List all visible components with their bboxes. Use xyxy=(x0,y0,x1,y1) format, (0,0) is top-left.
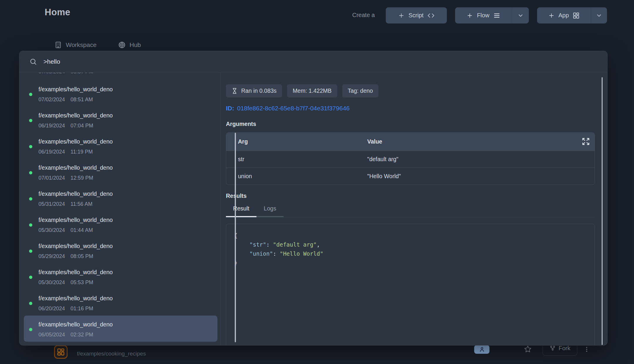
run-stat-badge: Tag: deno xyxy=(342,84,379,97)
run-timestamp: 05/31/2024 11:56 AM xyxy=(38,201,217,207)
run-date: 06/19/2024 xyxy=(38,149,65,155)
run-success-dot xyxy=(29,93,32,96)
expand-icon xyxy=(582,137,591,146)
expand-table-button[interactable] xyxy=(582,137,591,146)
create-flow-dropdown-button[interactable] xyxy=(512,7,529,23)
tab-logs[interactable]: Logs xyxy=(256,205,284,217)
run-time: 05:53 PM xyxy=(71,279,93,286)
run-script-path: f/examples/hello_world_deno xyxy=(38,321,217,328)
run-script-path: f/examples/hello_world_deno xyxy=(38,112,217,119)
run-script-path: f/examples/hello_world_deno xyxy=(38,295,217,302)
value-column-header: Value xyxy=(367,138,595,145)
result-json-viewer: { "str": "default arg", "union": "Hello … xyxy=(226,224,595,345)
run-list-item[interactable]: f/examples/hello_world_deno 07/02/2024 0… xyxy=(24,80,217,107)
tab-hub[interactable]: Hub xyxy=(118,41,141,49)
tab-result[interactable]: Result xyxy=(226,205,256,217)
run-date: 07/01/2024 xyxy=(38,175,65,181)
run-list-item[interactable]: f/examples/hello_world_deno 06/20/2024 0… xyxy=(24,289,217,316)
run-timestamp: 06/19/2024 11:19 PM xyxy=(38,149,217,155)
run-time: 07:04 PM xyxy=(71,123,93,129)
create-label: Create a xyxy=(352,12,375,18)
json-entries: "str": "default arg", "union": "Hello Wo… xyxy=(234,240,595,258)
run-time: 01:44 AM xyxy=(71,227,93,233)
git-fork-icon xyxy=(550,345,556,351)
palette-search-bar xyxy=(19,51,607,73)
runs-list: f/examples/hello_world_deno 07/08/2024 0… xyxy=(19,73,220,345)
json-key: "str" xyxy=(249,241,266,248)
run-timestamp: 06/20/2024 01:16 PM xyxy=(38,306,217,312)
json-close-brace: } xyxy=(234,258,595,267)
user-icon xyxy=(479,346,485,353)
run-list-item[interactable]: f/examples/hello_world_deno 06/19/2024 0… xyxy=(24,107,217,133)
plus-icon xyxy=(548,12,555,19)
palette-body: f/examples/hello_world_deno 07/08/2024 0… xyxy=(19,73,607,345)
create-script-button[interactable]: Script xyxy=(386,7,447,23)
argument-row: str "default arg" xyxy=(226,151,595,168)
run-success-dot xyxy=(29,119,32,122)
app-tile-icon xyxy=(54,345,68,359)
background-item-path: f/examples/cooking_recipes xyxy=(77,350,146,357)
run-time: 11:56 AM xyxy=(71,201,93,207)
tab-hub-label: Hub xyxy=(130,41,141,48)
search-icon xyxy=(29,58,37,65)
create-app-button[interactable]: App xyxy=(537,7,591,23)
run-date: 05/30/2024 xyxy=(38,279,65,286)
run-detail-panel: Ran in 0.083s Mem: 1.422MB Tag: deno ID:… xyxy=(220,73,607,345)
results-tabs: Result Logs xyxy=(226,205,595,217)
run-date: 05/31/2024 xyxy=(38,201,65,207)
run-success-dot xyxy=(29,171,32,174)
run-success-dot xyxy=(29,276,32,279)
plus-icon xyxy=(467,12,473,19)
run-list-item[interactable]: f/examples/hello_world_deno 06/05/2024 0… xyxy=(24,316,217,342)
run-date: 05/30/2024 xyxy=(38,227,65,233)
run-list-item[interactable]: f/examples/hello_world_deno 07/08/2024 0… xyxy=(24,73,217,80)
run-success-dot xyxy=(29,328,32,331)
badge-label: Tag: deno xyxy=(348,87,373,94)
json-entry-line: "union": "Hello World" xyxy=(234,249,595,258)
tab-workspace[interactable]: Workspace xyxy=(54,41,97,49)
create-flow-button[interactable]: Flow xyxy=(455,7,512,23)
favorite-star-icon[interactable] xyxy=(524,345,532,353)
runs-list-scrollbar[interactable] xyxy=(235,133,236,342)
run-date: 05/29/2024 xyxy=(38,253,65,259)
create-app-split-button: App xyxy=(537,7,607,23)
shared-users-badge[interactable] xyxy=(474,345,489,354)
fork-button-label: Fork xyxy=(559,345,571,352)
argument-value: "default arg" xyxy=(367,156,595,163)
run-id-link[interactable]: ID:018fe862-8c62-65e8-b7f7-04e31f379646 xyxy=(226,105,607,112)
palette-search-input[interactable] xyxy=(43,58,396,65)
create-flow-split-button: Flow xyxy=(455,7,529,23)
run-script-path: f/examples/hello_world_deno xyxy=(38,191,217,197)
background-row-divider xyxy=(58,361,543,361)
run-time: 03:37 PM xyxy=(71,73,93,75)
run-success-dot xyxy=(29,145,32,148)
run-list-item[interactable]: f/examples/hello_world_deno 07/01/2024 1… xyxy=(24,159,217,185)
run-list-item[interactable]: f/examples/hello_world_deno 06/19/2024 1… xyxy=(24,133,217,159)
run-script-path: f/examples/hello_world_deno xyxy=(38,269,217,276)
run-date: 07/08/2024 xyxy=(38,73,65,75)
more-menu-icon[interactable] xyxy=(583,346,590,353)
json-key: "union" xyxy=(249,250,273,257)
run-list-item[interactable]: f/examples/hello_world_deno 05/30/2024 0… xyxy=(24,211,217,237)
run-timestamp: 07/08/2024 03:37 PM xyxy=(38,73,217,75)
building-icon xyxy=(54,41,62,49)
run-script-path: f/examples/hello_world_deno xyxy=(38,164,217,171)
json-open-brace: { xyxy=(234,231,595,240)
arguments-table-rows: str "default arg" union "Hello World" xyxy=(226,151,595,185)
globe-icon xyxy=(118,41,126,49)
create-flow-label: Flow xyxy=(477,12,489,19)
run-timestamp: 05/29/2024 08:05 PM xyxy=(38,253,217,259)
create-app-label: App xyxy=(558,12,569,19)
run-list-item[interactable]: f/examples/hello_world_deno 05/31/2024 1… xyxy=(24,185,217,211)
run-timestamp: 07/02/2024 08:51 AM xyxy=(38,97,217,103)
badge-label: Ran in 0.083s xyxy=(241,87,276,94)
create-app-dropdown-button[interactable] xyxy=(591,7,607,23)
run-list-item[interactable]: f/examples/hello_world_deno 05/29/2024 0… xyxy=(24,237,217,263)
detail-panel-scrollbar[interactable] xyxy=(602,77,603,345)
run-list-item[interactable]: f/examples/hello_world_deno 05/30/2024 0… xyxy=(24,263,217,289)
run-timestamp: 05/30/2024 05:53 PM xyxy=(38,279,217,286)
run-badges: Ran in 0.083s Mem: 1.422MB Tag: deno xyxy=(226,84,607,97)
badge-label: Mem: 1.422MB xyxy=(293,87,331,94)
create-script-label: Script xyxy=(408,12,423,19)
json-separator: : xyxy=(273,250,280,257)
